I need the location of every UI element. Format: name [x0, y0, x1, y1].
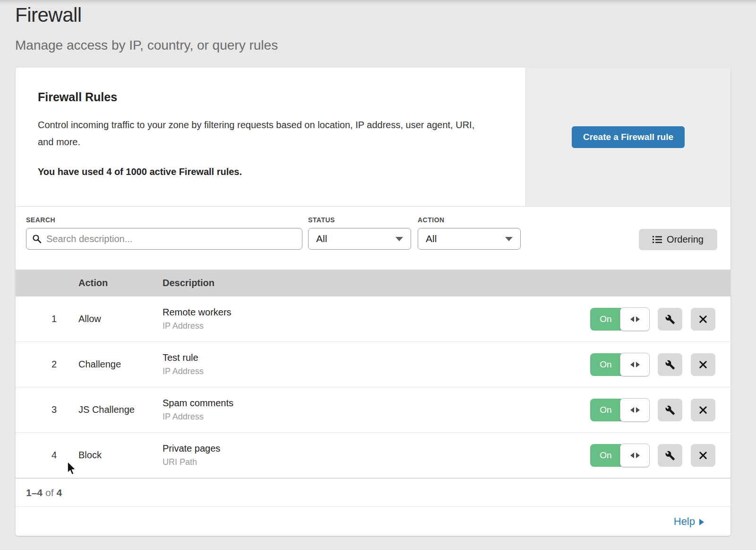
arrow-left-icon	[630, 316, 634, 322]
arrow-left-icon	[630, 407, 634, 413]
rule-description: Remote workers	[163, 307, 590, 318]
close-icon	[698, 405, 708, 415]
rule-description-cell: Spam comments IP Address	[163, 398, 590, 422]
table-row: 3 JS Challenge Spam comments IP Address …	[16, 387, 730, 433]
edit-rule-button[interactable]	[658, 308, 682, 331]
table-row: 1 Allow Remote workers IP Address On	[16, 297, 730, 342]
close-icon	[698, 451, 708, 460]
rule-field-type: URI Path	[163, 457, 590, 467]
column-action: Action	[78, 278, 163, 288]
delete-rule-button[interactable]	[691, 399, 715, 421]
arrow-right-icon	[636, 407, 640, 413]
pagination-total: 4	[57, 487, 62, 498]
firewall-page: Firewall Manage access by IP, country, o…	[0, 0, 756, 550]
rule-description: Spam comments	[163, 398, 590, 409]
delete-rule-button[interactable]	[691, 353, 715, 376]
delete-rule-button[interactable]	[691, 444, 715, 467]
rule-description: Test rule	[163, 352, 590, 363]
toggle-on-label: On	[590, 444, 621, 467]
filter-bar: SEARCH STATUS All ACTION	[16, 207, 730, 270]
arrow-right-icon	[636, 453, 640, 458]
status-filter: STATUS All	[308, 216, 411, 250]
arrow-right-icon	[699, 519, 704, 525]
close-icon	[698, 360, 708, 369]
rule-action: Allow	[78, 314, 163, 324]
search-box[interactable]	[26, 228, 302, 250]
page-subtitle: Manage access by IP, country, or query r…	[15, 38, 278, 53]
ordering-button[interactable]: Ordering	[639, 229, 717, 250]
usage-summary: You have used 4 of 1000 active Firewall …	[38, 166, 507, 177]
search-input[interactable]	[46, 234, 296, 244]
rule-controls: On	[590, 353, 730, 376]
rule-action: JS Challenge	[78, 404, 163, 415]
rule-controls: On	[590, 444, 730, 467]
rule-description-cell: Test rule IP Address	[163, 352, 590, 376]
action-selected-value: All	[426, 233, 505, 244]
wrench-icon	[665, 405, 675, 415]
table-header: Action Description	[16, 270, 730, 297]
column-description: Description	[163, 278, 730, 288]
edit-rule-button[interactable]	[658, 399, 682, 421]
edit-rule-button[interactable]	[658, 353, 682, 376]
search-filter: SEARCH	[26, 216, 302, 250]
rule-enabled-toggle[interactable]: On	[590, 444, 650, 467]
status-select[interactable]: All	[308, 228, 411, 250]
rule-priority: 2	[16, 359, 78, 370]
rule-action: Challenge	[78, 359, 163, 370]
table-row: 4 Block Private pages URI Path On	[16, 433, 730, 478]
toggle-knob[interactable]	[620, 353, 650, 376]
table-row: 2 Challenge Test rule IP Address On	[16, 342, 730, 387]
wrench-icon	[665, 314, 675, 324]
arrow-left-icon	[630, 453, 634, 458]
rule-field-type: IP Address	[163, 412, 590, 422]
wrench-icon	[665, 359, 675, 370]
card-footer: Help	[16, 506, 730, 536]
rule-enabled-toggle[interactable]: On	[590, 399, 650, 421]
rule-description-cell: Private pages URI Path	[163, 443, 590, 467]
rule-field-type: IP Address	[163, 367, 590, 376]
hero-section: Firewall Rules Control incoming traffic …	[16, 68, 730, 207]
toggle-on-label: On	[590, 308, 621, 331]
rule-enabled-toggle[interactable]: On	[590, 353, 650, 376]
wrench-icon	[665, 450, 675, 461]
status-label: STATUS	[308, 216, 411, 224]
rule-priority: 1	[16, 314, 78, 324]
toggle-knob[interactable]	[620, 444, 650, 467]
page-title: Firewall	[15, 4, 82, 26]
pagination-range: 1–4	[26, 487, 43, 498]
action-select[interactable]: All	[418, 228, 521, 250]
pagination: 1–4 of 4	[16, 478, 730, 506]
chevron-down-icon	[505, 237, 513, 241]
rule-controls: On	[590, 399, 730, 421]
create-firewall-rule-button[interactable]: Create a Firewall rule	[572, 126, 685, 148]
help-link[interactable]: Help	[674, 515, 704, 528]
firewall-rules-card: Firewall Rules Control incoming traffic …	[16, 68, 730, 536]
arrow-right-icon	[636, 316, 640, 322]
toggle-on-label: On	[590, 353, 621, 376]
rule-priority: 4	[16, 450, 78, 461]
rule-description-cell: Remote workers IP Address	[163, 307, 590, 331]
action-filter: ACTION All	[418, 216, 521, 250]
ordering-button-label: Ordering	[667, 234, 704, 245]
pagination-of: of	[45, 487, 54, 498]
delete-rule-button[interactable]	[691, 308, 715, 331]
toggle-knob[interactable]	[620, 398, 650, 422]
rule-action: Block	[78, 450, 163, 461]
search-label: SEARCH	[26, 216, 302, 224]
rule-description: Private pages	[163, 443, 590, 454]
rule-enabled-toggle[interactable]: On	[590, 308, 650, 331]
status-selected-value: All	[316, 233, 395, 244]
ordered-list-icon	[653, 236, 662, 244]
hero-action-panel: Create a Firewall rule	[525, 68, 730, 206]
chevron-down-icon	[395, 237, 403, 241]
toggle-knob[interactable]	[620, 307, 650, 331]
search-icon	[32, 234, 42, 244]
rule-priority: 3	[16, 404, 78, 415]
action-label: ACTION	[418, 216, 521, 224]
hero-description: Control incoming traffic to your zone by…	[38, 116, 491, 150]
help-link-label: Help	[674, 515, 695, 528]
edit-rule-button[interactable]	[658, 444, 682, 467]
hero-heading: Firewall Rules	[38, 90, 507, 104]
toggle-on-label: On	[590, 399, 621, 421]
rules-table-body: 1 Allow Remote workers IP Address On	[16, 297, 730, 478]
